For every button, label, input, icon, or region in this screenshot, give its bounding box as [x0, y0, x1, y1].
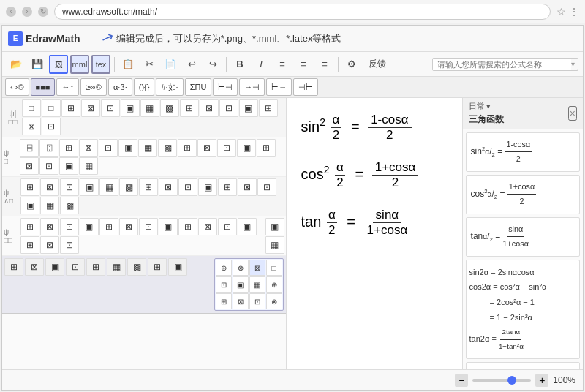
refresh-button[interactable]: ↻ — [38, 7, 48, 17]
sym-tab-greek[interactable]: α·β· — [108, 78, 132, 96]
sym-cell[interactable]: ▣ — [118, 139, 137, 157]
sym-cell[interactable]: ⊞ — [178, 139, 197, 157]
sym-cell[interactable]: ⊠ — [40, 178, 59, 196]
sym-cell[interactable]: ⊞ — [180, 99, 199, 117]
sym-cell[interactable]: ⊠ — [79, 139, 98, 157]
align-center-button[interactable]: ≡ — [294, 55, 313, 74]
sym-cell[interactable]: ⊠ — [159, 178, 178, 196]
sym-cell[interactable]: ▩ — [158, 139, 177, 157]
sym-cell[interactable]: ▣ — [239, 99, 258, 117]
panel-sum-product[interactable]: sinα+sinβ = 2sinα+β/2cosα−β/2 sinα−sinβ … — [466, 362, 580, 369]
sym-cell[interactable]: ⊡ — [101, 99, 120, 117]
undo-button[interactable]: ↩ — [182, 55, 201, 74]
sym-cell[interactable]: ⊞ — [20, 178, 39, 196]
sym-cell[interactable]: ⊠ — [197, 139, 216, 157]
sym-tab-operators[interactable]: #·如· — [156, 78, 183, 96]
sym-cell[interactable]: ⊡ — [218, 218, 237, 235]
sym-cell[interactable]: ⊠ — [40, 236, 59, 254]
action-right-7[interactable]: ▦ — [249, 276, 265, 293]
panel-double-angle[interactable]: sin2α = 2sinαcosα cos2α = cos²α − sin²α … — [466, 260, 580, 359]
open-button[interactable]: 📂 — [7, 55, 26, 74]
sym-cell[interactable]: ⊡ — [60, 178, 79, 196]
sym-cell[interactable]: ▩ — [119, 178, 138, 196]
sym-cell[interactable]: ⊡ — [39, 157, 58, 175]
sym-cell[interactable]: ▣ — [159, 218, 178, 235]
sym-cell[interactable]: ▣ — [237, 139, 256, 157]
sym-cell[interactable]: ⊠ — [198, 218, 217, 235]
sym-cell[interactable]: ⊡ — [219, 99, 238, 117]
sym-tab-brackets[interactable]: (){} — [134, 78, 155, 96]
zoom-out-button[interactable]: − — [455, 374, 468, 387]
sym-cell[interactable]: ⊠ — [238, 178, 257, 196]
sym-cell[interactable]: ⊠ — [22, 118, 41, 135]
panel-close-button[interactable]: × — [568, 106, 577, 121]
sym-cell[interactable]: ⊠ — [119, 218, 138, 235]
sym-cell[interactable]: ⊞ — [99, 218, 118, 235]
action-right-8[interactable]: ⊕ — [266, 276, 282, 293]
action-right-9[interactable]: ⊞ — [216, 293, 232, 309]
sym-cell[interactable]: ⊠ — [200, 99, 219, 117]
sym-cell[interactable]: ⊡ — [257, 178, 276, 196]
sym-tab-logic[interactable]: ⊢⊣ — [213, 78, 238, 96]
action-right-12[interactable]: ⊗ — [266, 293, 282, 309]
action-right-2[interactable]: ⊗ — [233, 260, 249, 276]
action-right-10[interactable]: ⊠ — [233, 293, 249, 309]
sym-cell[interactable]: ▣ — [265, 218, 284, 235]
settings-button[interactable]: ⚙ — [342, 55, 361, 74]
address-bar[interactable]: www.edrawsoft.cn/math/ — [54, 4, 551, 20]
action-cell-7[interactable]: ▩ — [127, 258, 146, 276]
action-right-5[interactable]: ⊡ — [216, 276, 232, 293]
action-cell-2[interactable]: ⊠ — [25, 258, 44, 276]
sym-cell[interactable]: ⊞ — [20, 218, 39, 235]
sym-cell[interactable]: ⊞ — [178, 218, 197, 235]
action-right-11[interactable]: ⊡ — [249, 293, 265, 309]
paste-button[interactable]: 📋 — [118, 55, 137, 74]
sym-cell[interactable]: ▦ — [265, 236, 284, 254]
sym-cell[interactable]: ⊡ — [178, 178, 197, 196]
save-button[interactable]: 💾 — [28, 55, 47, 74]
align-right-button[interactable]: ≡ — [315, 55, 334, 74]
sym-cell[interactable]: ⊞ — [257, 139, 276, 157]
sym-cell[interactable]: ⊡ — [60, 236, 79, 254]
action-right-1[interactable]: ⊕ — [216, 260, 232, 276]
sym-cell[interactable]: ▩ — [160, 99, 179, 117]
forward-button[interactable]: › — [22, 7, 32, 17]
sym-tab-left[interactable]: ⊢→ — [266, 78, 292, 96]
sym-cell[interactable]: ▣ — [80, 218, 99, 235]
sym-cell[interactable]: ⊡ — [139, 218, 158, 235]
panel-formula-1[interactable]: sin2α/2 = 1-cosα 2 — [466, 132, 580, 172]
action-right-6[interactable]: ▣ — [233, 276, 249, 293]
sym-cell[interactable]: ⊠ — [40, 218, 59, 235]
zoom-slider[interactable] — [472, 379, 531, 382]
sym-cell[interactable]: □ — [42, 99, 61, 117]
sym-cell[interactable]: ▦ — [140, 99, 159, 117]
sym-cell[interactable]: ⊞ — [20, 236, 39, 254]
panel-formula-2[interactable]: cos2α/2 = 1+cosα 2 — [466, 175, 580, 214]
sym-tab-right[interactable]: →⊣ — [239, 78, 265, 96]
bold-button[interactable]: B — [230, 55, 249, 74]
sym-cell[interactable]: ▣ — [80, 178, 99, 196]
sym-cell[interactable]: ▣ — [59, 157, 78, 175]
redo-button[interactable]: ↪ — [203, 55, 222, 74]
sym-cell[interactable]: ⊠ — [81, 99, 100, 117]
sym-tab-calculus[interactable]: ΣΠU — [185, 78, 212, 96]
sym-cell[interactable]: ▣ — [20, 197, 39, 214]
sym-cell[interactable]: ▦ — [79, 157, 98, 175]
action-cell-3[interactable]: ▣ — [45, 258, 64, 276]
sym-cell[interactable]: ▦ — [99, 178, 118, 196]
action-cell-4[interactable]: ⊡ — [66, 258, 85, 276]
action-cell-8[interactable]: ⊞ — [148, 258, 167, 276]
copy-button[interactable]: 📄 — [161, 55, 180, 74]
search-input[interactable] — [433, 59, 571, 70]
sym-cell[interactable]: ⊞ — [61, 99, 80, 117]
latex-export-button[interactable]: tex — [91, 55, 110, 74]
zoom-in-button[interactable]: + — [535, 374, 548, 387]
sym-cell[interactable]: ⊠ — [20, 157, 39, 175]
sym-tab-double[interactable]: ⊣⊢ — [293, 78, 318, 96]
action-cell-9[interactable]: ▣ — [168, 258, 187, 276]
action-right-4[interactable]: □ — [266, 260, 282, 276]
action-right-3[interactable]: ⊠ — [249, 260, 265, 276]
cut-button[interactable]: ✂ — [140, 55, 159, 74]
sym-cell[interactable]: ⊡ — [99, 139, 118, 157]
sym-cell[interactable]: ⊡ — [217, 139, 236, 157]
